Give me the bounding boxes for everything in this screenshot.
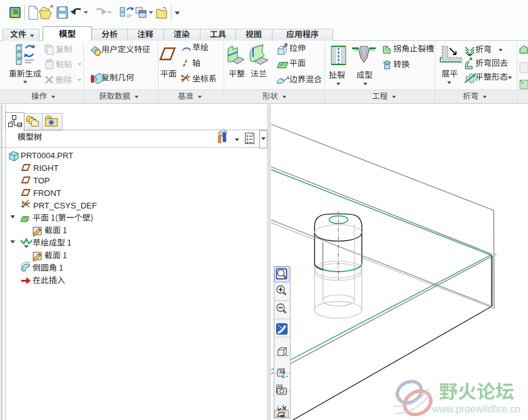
svg-text:www.proewildfire.cn: www.proewildfire.cn	[432, 404, 520, 414]
svg-text:AB: AB	[279, 370, 286, 374]
